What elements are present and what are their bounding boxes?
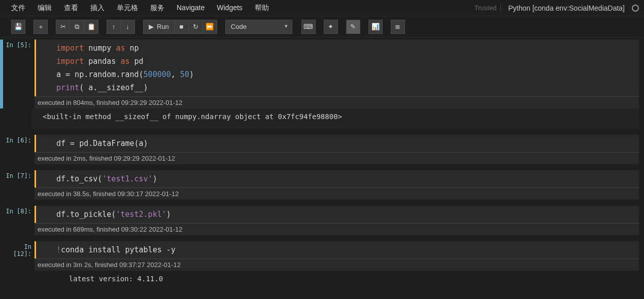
code-editor[interactable]: !conda install pytables -y xyxy=(35,241,639,258)
paste-button[interactable]: 📋 xyxy=(84,20,98,34)
menu-insert[interactable]: 插入 xyxy=(84,1,111,16)
stop-button[interactable]: ■ xyxy=(175,20,189,34)
move-down-button[interactable]: ↓ xyxy=(121,20,135,34)
pencil-icon: ✎ xyxy=(350,23,356,30)
restart-icon: ↻ xyxy=(193,23,198,30)
command-palette-button[interactable]: ⌨ xyxy=(301,20,316,34)
menu-items: 文件 编辑 查看 插入 单元格 服务 Navigate Widgets 帮助 xyxy=(5,1,275,16)
code-editor[interactable]: import numpy as np import pandas as pd a… xyxy=(35,40,639,96)
menu-cell[interactable]: 单元格 xyxy=(111,1,144,16)
cell-output: <built-in method __sizeof__ of numpy.nda… xyxy=(0,108,639,129)
menu-widgets[interactable]: Widgets xyxy=(211,1,249,16)
fast-forward-icon: ⏩ xyxy=(206,23,214,30)
execution-timing: executed in 689ms, finished 09:30:22 202… xyxy=(35,223,639,235)
arrow-up-icon: ↑ xyxy=(112,23,116,30)
cut-button[interactable]: ✂ xyxy=(56,20,70,34)
toolbar: 💾 ＋ ✂ ⧉ 📋 ↑ ↓ ▶ Run ■ ↻ xyxy=(0,16,644,38)
move-up-button[interactable]: ↑ xyxy=(107,20,121,34)
drafting-button[interactable]: ✎ xyxy=(346,20,360,34)
save-button[interactable]: 💾 xyxy=(11,20,25,34)
code-cell[interactable]: In [7]: df.to_csv('test1.csv') executed … xyxy=(0,170,639,200)
menubar: 文件 编辑 查看 插入 单元格 服务 Navigate Widgets 帮助 T… xyxy=(0,0,644,16)
cut-icon: ✂ xyxy=(60,23,66,30)
code-cell[interactable]: In [5]: import numpy as np import pandas… xyxy=(0,40,639,108)
run-button[interactable]: ▶ Run xyxy=(143,20,175,34)
menu-edit[interactable]: 编辑 xyxy=(31,1,58,16)
add-cell-button[interactable]: ＋ xyxy=(33,20,48,34)
menu-navigate[interactable]: Navigate xyxy=(171,1,211,16)
scratchpad-button[interactable]: ✦ xyxy=(324,20,338,34)
bar-chart-icon: 📊 xyxy=(371,23,380,30)
kernel-indicator-icon[interactable] xyxy=(632,5,639,12)
run-label: Run xyxy=(157,23,169,30)
execution-timing: executed in 2ms, finished 09:29:29 2022-… xyxy=(35,152,639,164)
cell-type-select[interactable]: Code xyxy=(225,20,292,34)
output-text[interactable]: <built-in method __sizeof__ of numpy.nda… xyxy=(31,108,639,129)
execution-timing: executed in 804ms, finished 09:29:29 202… xyxy=(35,96,639,108)
menu-help[interactable]: 帮助 xyxy=(249,1,275,16)
restart-run-all-button[interactable]: ⏩ xyxy=(203,20,217,34)
cell-type-value: Code xyxy=(231,23,247,30)
input-prompt: In [6]: xyxy=(3,135,35,164)
code-content[interactable]: !conda install pytables -y xyxy=(56,243,639,256)
execution-timing: executed in 3m 2s, finished 09:37:27 202… xyxy=(35,258,639,271)
code-cell[interactable]: In [8]: df.to_pickle('test2.pkl') execut… xyxy=(0,206,639,235)
copy-button[interactable]: ⧉ xyxy=(70,20,84,34)
cell-output: latest version: 4.11.0 xyxy=(0,271,639,291)
input-prompt: In [12]: xyxy=(3,241,35,271)
menu-file[interactable]: 文件 xyxy=(5,1,31,16)
output-text[interactable]: latest version: 4.11.0 xyxy=(31,271,639,291)
play-icon: ▶ xyxy=(149,23,154,30)
save-icon: 💾 xyxy=(14,23,22,30)
code-content[interactable]: import numpy as np import pandas as pd a… xyxy=(56,42,639,94)
execution-timing: executed in 38.5s, finished 09:30:17 202… xyxy=(35,188,639,200)
keyboard-icon: ⌨ xyxy=(303,23,313,30)
notebook[interactable]: In [5]: import numpy as np import pandas… xyxy=(0,38,644,299)
diamond-icon: ✦ xyxy=(328,23,333,30)
code-content[interactable]: df.to_csv('test1.csv') xyxy=(56,172,639,185)
menu-view[interactable]: 查看 xyxy=(58,1,84,16)
input-prompt: In [7]: xyxy=(3,170,35,200)
arrow-down-icon: ↓ xyxy=(126,23,129,30)
menu-kernel[interactable]: 服务 xyxy=(144,1,171,16)
list-button[interactable]: ≣ xyxy=(391,20,405,34)
code-editor[interactable]: df.to_pickle('test2.pkl') xyxy=(35,206,639,223)
code-editor[interactable]: df = pd.DataFrame(a) xyxy=(35,135,639,152)
restart-button[interactable]: ↻ xyxy=(189,20,203,34)
code-editor[interactable]: df.to_csv('test1.csv') xyxy=(35,170,639,188)
code-cell[interactable]: In [12]: !conda install pytables -y exec… xyxy=(0,241,639,271)
input-prompt: In [5]: xyxy=(3,40,35,108)
list-icon: ≣ xyxy=(395,23,400,30)
code-content[interactable]: df = pd.DataFrame(a) xyxy=(56,137,639,150)
trusted-label: Trusted xyxy=(474,4,501,12)
code-cell[interactable]: In [6]: df = pd.DataFrame(a) executed in… xyxy=(0,135,639,164)
chart-button[interactable]: 📊 xyxy=(368,20,383,34)
kernel-name[interactable]: Python [conda env:SocialMediaData] xyxy=(505,4,628,12)
paste-icon: 📋 xyxy=(87,23,95,30)
copy-icon: ⧉ xyxy=(75,23,79,31)
code-content[interactable]: df.to_pickle('test2.pkl') xyxy=(56,208,639,221)
input-prompt: In [8]: xyxy=(3,206,35,235)
stop-icon: ■ xyxy=(179,23,183,30)
plus-icon: ＋ xyxy=(38,22,44,31)
